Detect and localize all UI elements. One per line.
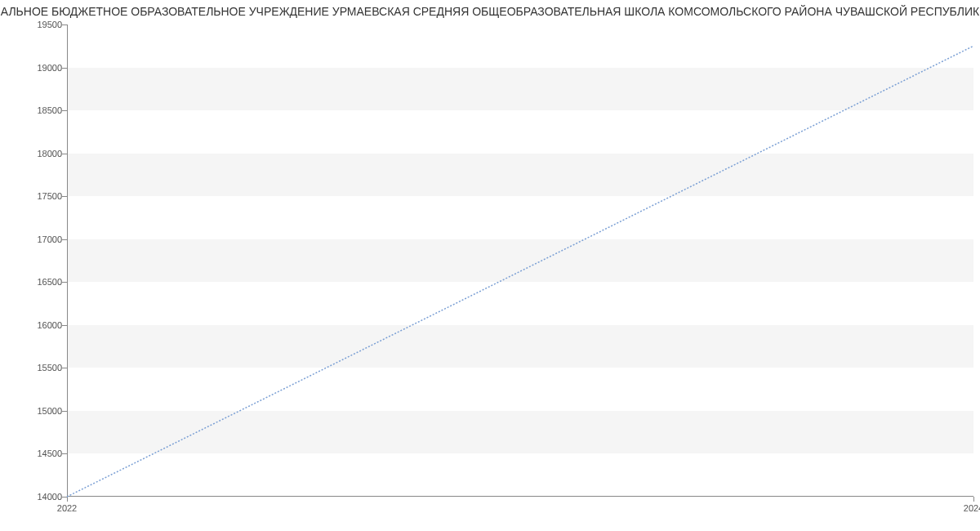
y-tick-label: 18000 — [37, 149, 62, 158]
y-tick-label: 14000 — [37, 492, 62, 502]
y-tick-label: 19000 — [37, 63, 62, 73]
x-tick-label: 2022 — [57, 503, 77, 513]
y-tick-label: 15500 — [37, 363, 62, 373]
y-tick-label: 16500 — [37, 277, 62, 287]
x-tick-label: 2024 — [964, 503, 980, 513]
line-chart-svg — [67, 25, 973, 497]
chart-title: АЛЬНОЕ БЮДЖЕТНОЕ ОБРАЗОВАТЕЛЬНОЕ УЧРЕЖДЕ… — [0, 5, 980, 18]
data-line — [67, 46, 973, 497]
y-tick-label: 16000 — [37, 320, 62, 330]
y-tick-label: 14500 — [37, 448, 62, 458]
y-tick-label: 15000 — [37, 406, 62, 416]
x-tick — [973, 497, 974, 502]
x-tick — [67, 497, 68, 502]
y-tick-label: 18500 — [37, 105, 62, 115]
y-tick-label: 17000 — [37, 234, 62, 244]
y-tick-label: 19500 — [37, 20, 62, 29]
y-tick-label: 17500 — [37, 191, 62, 201]
plot-area — [67, 25, 973, 497]
